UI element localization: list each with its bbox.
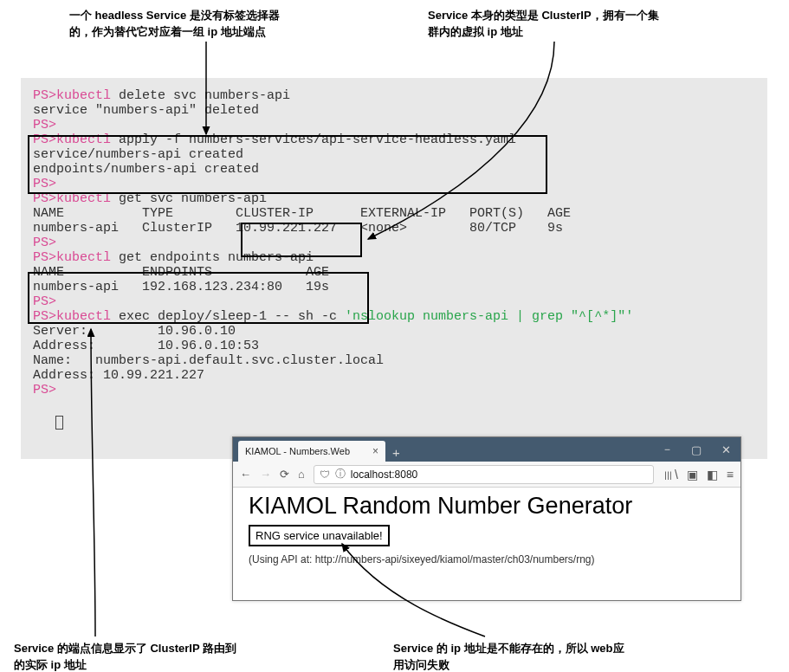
browser-tabbar: KIAMOL - Numbers.Web × + － ▢ ✕ xyxy=(233,437,740,462)
tab-title: KIAMOL - Numbers.Web xyxy=(245,446,350,456)
library-icon[interactable]: ⫼\ xyxy=(663,468,678,481)
close-tab-icon[interactable]: × xyxy=(372,445,378,457)
minimize-icon[interactable]: － xyxy=(652,437,682,462)
api-info-line: (Using API at: http://numbers-api/sixeye… xyxy=(249,553,725,565)
home-icon[interactable]: ⌂ xyxy=(298,468,305,481)
close-window-icon[interactable]: ✕ xyxy=(711,437,740,462)
back-icon[interactable]: ← xyxy=(240,468,251,481)
account-icon[interactable]: ▣ xyxy=(687,468,698,481)
info-icon: ⓘ xyxy=(335,467,346,481)
rng-status-box: RNG service unavailable! xyxy=(249,525,390,546)
terminal-cursor xyxy=(55,416,63,430)
forward-icon[interactable]: → xyxy=(260,468,271,481)
new-tab-button[interactable]: + xyxy=(385,445,407,462)
label-top-left: 一个 headless Service 是没有标签选择器的，作为替代它对应着一组… xyxy=(69,8,338,41)
url-text: localhost:8080 xyxy=(351,468,417,481)
label-top-right: Service 本身的类型是 ClusterIP，拥有一个集群内的虚拟 ip 地… xyxy=(428,8,714,41)
terminal-output: PS>kubectl delete svc numbers-api servic… xyxy=(21,78,767,459)
browser-content: KIAMOL Random Number Generator RNG servi… xyxy=(233,488,740,571)
protections-icon[interactable]: ◧ xyxy=(707,468,718,481)
browser-tab[interactable]: KIAMOL - Numbers.Web × xyxy=(238,441,385,462)
browser-toolbar: ← → ⟳ ⌂ 🛡 ⓘ localhost:8080 ⫼\ ▣ ◧ ≡ xyxy=(233,462,740,488)
label-bottom-left: Service 的端点信息显示了 ClusterIP 路由到的实际 ip 地址 xyxy=(14,641,291,672)
page-title: KIAMOL Random Number Generator xyxy=(249,493,725,520)
maximize-icon[interactable]: ▢ xyxy=(682,437,711,462)
reload-icon[interactable]: ⟳ xyxy=(280,468,289,481)
browser-window: KIAMOL - Numbers.Web × + － ▢ ✕ ← → ⟳ ⌂ 🛡… xyxy=(232,436,741,601)
label-bottom-right: Service 的 ip 地址是不能存在的，所以 web应用访问失败 xyxy=(393,641,670,672)
address-bar[interactable]: 🛡 ⓘ localhost:8080 xyxy=(314,465,654,484)
menu-icon[interactable]: ≡ xyxy=(727,468,734,481)
shield-icon: 🛡 xyxy=(320,468,330,481)
